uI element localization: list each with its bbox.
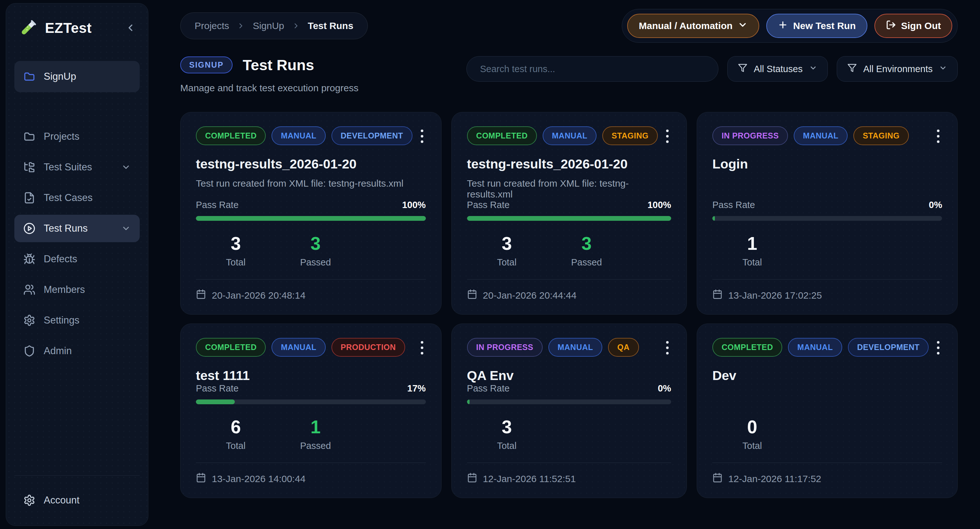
users-icon (23, 284, 35, 296)
stat-value: 3 (467, 416, 547, 437)
bug-icon (23, 253, 35, 265)
pass-rate-label: Pass Rate (467, 200, 510, 210)
calendar-icon (196, 289, 206, 301)
gear-icon (23, 494, 35, 506)
sidebar-item-signup[interactable]: SignUp (14, 61, 140, 92)
breadcrumb-item-projects[interactable]: Projects (195, 21, 229, 31)
sidebar-item-label: Settings (44, 315, 80, 326)
card-menu-button[interactable] (934, 338, 942, 354)
badge-manual: MANUAL (272, 338, 325, 357)
pass-rate-value: 100% (402, 200, 426, 210)
sidebar-collapse-button[interactable] (125, 22, 136, 34)
test-run-title: testng-results_2026-01-20 (467, 157, 671, 172)
pass-rate-row: Pass Rate100% (196, 200, 426, 210)
app-title: EZTest (45, 20, 92, 36)
pass-rate-value: 100% (648, 200, 671, 210)
sidebar-item-test-suites[interactable]: Test Suites (14, 153, 140, 181)
chevron-right-icon (292, 22, 300, 30)
card-date-row: 20-Jan-2026 20:44:44 (467, 289, 671, 301)
sidebar-item-defects[interactable]: Defects (14, 245, 140, 273)
pass-rate-label: Pass Rate (196, 200, 239, 210)
folder-tree-icon (23, 161, 35, 173)
sidebar-item-label: Members (44, 284, 85, 295)
stats-row: 3Total3Passed (196, 233, 426, 268)
chevron-down-icon (809, 64, 817, 74)
badge-manual: MANUAL (542, 126, 597, 145)
sign-out-button[interactable]: Sign Out (874, 14, 953, 38)
card-menu-button[interactable] (663, 338, 671, 354)
badge-completed: COMPLETED (196, 126, 266, 145)
pass-rate-progress-fill (467, 400, 469, 404)
new-test-run-button[interactable]: New Test Run (766, 14, 867, 38)
folder-icon (23, 70, 35, 83)
test-run-card[interactable]: IN PROGRESSMANUALSTAGINGLoginPass Rate0%… (697, 112, 958, 315)
card-menu-button[interactable] (663, 126, 671, 143)
sidebar-item-projects[interactable]: Projects (14, 123, 140, 150)
calendar-icon (712, 473, 722, 485)
test-run-card[interactable]: IN PROGRESSMANUALQAQA EnvPass Rate0%3Tot… (452, 323, 687, 498)
pass-rate-row: Pass Rate0% (712, 200, 942, 210)
badge-row: IN PROGRESSMANUALQA (467, 338, 671, 357)
page-header-left: SIGNUP Test Runs Manage and track test e… (180, 56, 359, 94)
card-lower: Pass Rate0%1Total13-Jan-2026 17:02:25 (712, 200, 942, 301)
stats-row: 6Total1Passed (196, 416, 426, 451)
test-run-title: QA Env (467, 368, 671, 383)
stat-total: 6Total (196, 416, 275, 451)
mode-selector-button[interactable]: Manual / Automation (627, 14, 759, 38)
pass-rate-progressbar (712, 216, 942, 221)
stat-label: Total (467, 257, 547, 268)
stat-value: 0 (712, 416, 792, 437)
card-menu-button[interactable] (418, 338, 426, 354)
test-run-card[interactable]: COMPLETEDMANUALDEVELOPMENTtestng-results… (180, 112, 442, 315)
pass-rate-progress-fill (467, 216, 671, 221)
badge-row: IN PROGRESSMANUALSTAGING (712, 126, 942, 145)
mode-selector-label: Manual / Automation (639, 21, 732, 31)
stat-label: Passed (275, 257, 355, 268)
test-run-description: Test run created from XML file: testng-r… (467, 178, 671, 200)
test-run-card[interactable]: COMPLETEDMANUALSTAGINGtestng-results_202… (452, 112, 687, 315)
test-run-card[interactable]: COMPLETEDMANUALPRODUCTIONtest 1111Pass R… (180, 323, 442, 498)
sidebar-item-test-cases[interactable]: Test Cases (14, 184, 140, 212)
sidebar-item-admin[interactable]: Admin (14, 337, 140, 365)
sidebar-header: EZTest (14, 18, 140, 38)
sidebar-footer: Account (14, 475, 140, 514)
pass-rate-value: 0% (929, 200, 942, 210)
stats-row: 1Total (712, 233, 942, 268)
pass-rate-progress-fill (196, 400, 235, 404)
environment-filter-dropdown[interactable]: All Environments (837, 56, 958, 82)
test-run-card[interactable]: COMPLETEDMANUALDEVELOPMENTDev0Total12-Ja… (697, 323, 958, 498)
badge-in-progress: IN PROGRESS (467, 338, 542, 357)
badge-in-progress: IN PROGRESS (712, 126, 788, 145)
breadcrumb-item-signup[interactable]: SignUp (253, 21, 284, 31)
card-date: 12-Jan-2026 11:17:52 (728, 473, 821, 484)
stats-row: 3Total3Passed (467, 233, 671, 268)
pass-rate-label: Pass Rate (712, 200, 755, 210)
sidebar-item-settings[interactable]: Settings (14, 307, 140, 334)
stats-row: 0Total (712, 416, 942, 451)
sidebar: EZTest SignUp ProjectsTest SuitesTest Ca… (6, 3, 148, 526)
sidebar-nav: ProjectsTest SuitesTest CasesTest RunsDe… (14, 123, 140, 365)
status-filter-dropdown[interactable]: All Statuses (727, 56, 828, 82)
breadcrumb: ProjectsSignUpTest Runs (180, 13, 368, 39)
stat-label: Passed (275, 441, 355, 451)
folder-icon (23, 131, 35, 143)
plus-icon (778, 20, 788, 32)
sidebar-item-test-runs[interactable]: Test Runs (14, 215, 140, 242)
stat-value: 1 (712, 233, 792, 254)
stat-label: Total (196, 257, 275, 268)
sidebar-item-members[interactable]: Members (14, 276, 140, 303)
breadcrumb-item-test-runs: Test Runs (308, 21, 353, 31)
stat-value: 3 (275, 233, 355, 254)
card-date: 13-Jan-2026 17:02:25 (728, 290, 822, 301)
card-menu-button[interactable] (934, 126, 942, 143)
search-input[interactable] (466, 56, 718, 82)
badge-development: DEVELOPMENT (331, 126, 412, 145)
pass-rate-row: Pass Rate17% (196, 383, 426, 394)
sidebar-item-account[interactable]: Account (14, 486, 140, 514)
topbar: ProjectsSignUpTest Runs Manual / Automat… (180, 9, 958, 43)
sidebar-item-label: Test Runs (44, 223, 88, 234)
badge-manual: MANUAL (272, 126, 325, 145)
card-menu-button[interactable] (418, 126, 426, 143)
sidebar-item-label: Defects (44, 253, 77, 265)
stat-total: 0Total (712, 416, 792, 451)
